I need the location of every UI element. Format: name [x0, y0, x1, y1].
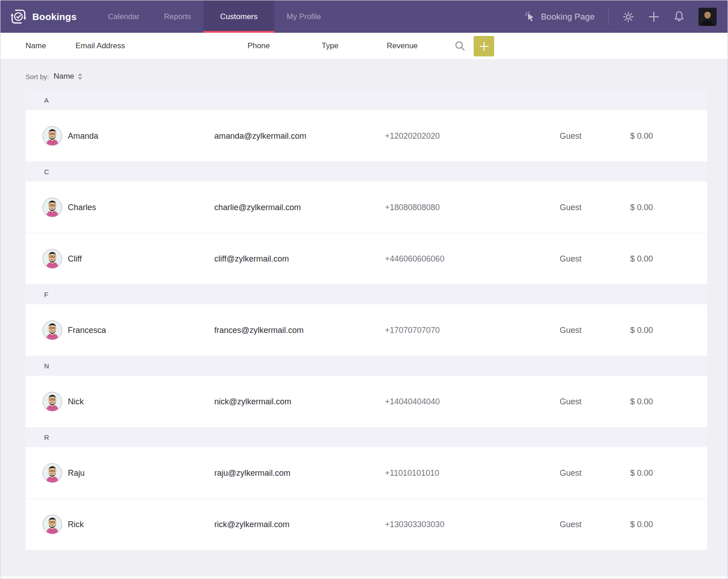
group-rows: Francesca frances@zylkermail.com +170707… [25, 304, 707, 356]
booking-page-link[interactable]: Booking Page [525, 11, 595, 22]
customer-revenue: $ 0.00 [630, 254, 653, 264]
customer-type: Guest [534, 254, 607, 264]
group-letter-header: A [25, 90, 707, 110]
quick-add-button[interactable] [648, 11, 660, 23]
customer-list: A [25, 90, 707, 550]
customer-email: rick@zylkermail.com [214, 520, 289, 529]
customer-avatar [42, 197, 62, 217]
tab-customers[interactable]: Customers [203, 0, 274, 33]
customer-revenue: $ 0.00 [630, 397, 653, 406]
customer-revenue: $ 0.00 [630, 131, 653, 141]
customer-phone: +17070707070 [385, 325, 440, 335]
group-rows: Nick nick@zylkermail.com +14040404040 Gu… [25, 376, 707, 427]
customer-avatar [42, 463, 62, 483]
sort-by-label: Sort by: [25, 73, 49, 81]
primary-tabs: Calendar Reports Customers My Profile [96, 0, 333, 33]
add-customer-button[interactable] [474, 36, 494, 56]
sort-bar: Sort by: Name [25, 72, 82, 81]
customer-group: R [25, 427, 707, 550]
tab-calendar[interactable]: Calendar [96, 0, 152, 33]
tab-my-profile[interactable]: My Profile [274, 0, 334, 33]
window-bottom-edge [0, 575, 728, 579]
search-button[interactable] [455, 40, 465, 51]
group-letter: N [44, 362, 49, 370]
customer-name: Nick [68, 397, 84, 406]
group-rows: Charles charlie@zylkermail.com +18080808… [25, 181, 707, 284]
bookings-customers-page: Bookings Calendar Reports Customers My P… [0, 0, 728, 579]
customer-revenue: $ 0.00 [630, 202, 653, 212]
customer-avatar [42, 392, 62, 412]
customer-group: N [25, 356, 707, 427]
customer-name: Raju [68, 468, 85, 478]
customer-name: Rick [68, 520, 84, 529]
bookings-logo-icon [10, 9, 26, 25]
customer-name: Cliff [68, 254, 82, 264]
customer-email: cliff@zylkermail.com [214, 254, 289, 264]
bookings-logo[interactable]: Bookings [0, 0, 76, 33]
customer-type: Guest [534, 520, 607, 529]
customer-row[interactable]: Nick nick@zylkermail.com +14040404040 Gu… [25, 376, 707, 427]
column-header-type: Type [322, 41, 339, 50]
customer-row[interactable]: Charles charlie@zylkermail.com +18080808… [25, 181, 707, 233]
customer-avatar [42, 126, 62, 146]
customer-phone: +14040404040 [385, 397, 440, 406]
customer-phone: +18080808080 [385, 202, 440, 212]
customer-type: Guest [534, 131, 607, 141]
group-letter: A [44, 96, 49, 104]
customer-name: Amanda [68, 131, 98, 141]
customer-phone: +130303303030 [385, 520, 445, 529]
column-header-email: Email Address [76, 41, 125, 50]
list-header-bar: Name Email Address Phone Type Revenue [0, 33, 728, 60]
customer-row[interactable]: Amanda amanda@zylkermail.com +1202020202… [25, 110, 707, 161]
customer-email: frances@zylkermail.com [214, 325, 303, 335]
group-letter: F [44, 291, 48, 298]
customer-avatar [42, 249, 62, 269]
group-letter: R [44, 433, 49, 441]
column-header-name: Name [25, 41, 46, 50]
tab-reports[interactable]: Reports [152, 0, 203, 33]
app-title: Bookings [32, 11, 76, 22]
group-letter-header: C [25, 161, 707, 181]
customer-type: Guest [534, 397, 607, 406]
customer-group: F [25, 284, 707, 356]
profile-avatar[interactable] [698, 8, 717, 26]
customer-name: Francesca [68, 325, 106, 335]
customer-row[interactable]: Cliff cliff@zylkermail.com +446060606060… [25, 233, 707, 284]
customer-name: Charles [68, 202, 96, 212]
notifications-button[interactable] [673, 10, 685, 23]
group-rows: Raju raju@zylkermail.com +11010101010 Gu… [25, 447, 707, 550]
customer-row[interactable]: Raju raju@zylkermail.com +11010101010 Gu… [25, 447, 707, 498]
customer-revenue: $ 0.00 [630, 468, 653, 478]
customer-avatar [42, 514, 62, 534]
plus-icon [479, 41, 489, 51]
customer-email: amanda@zylkermail.com [214, 131, 306, 141]
column-header-phone: Phone [248, 41, 270, 50]
customer-revenue: $ 0.00 [630, 520, 653, 529]
customer-email: nick@zylkermail.com [214, 397, 291, 406]
booking-page-cursor-icon [525, 11, 536, 22]
group-letter-header: N [25, 356, 707, 376]
group-rows: Amanda amanda@zylkermail.com +1202020202… [25, 110, 707, 161]
customer-phone: +12020202020 [385, 131, 440, 141]
settings-button[interactable] [622, 11, 634, 23]
customer-type: Guest [534, 468, 607, 478]
nav-divider [608, 9, 609, 25]
customer-type: Guest [534, 202, 607, 212]
customer-phone: +446060606060 [385, 254, 445, 264]
customer-avatar [42, 320, 62, 340]
customer-phone: +11010101010 [385, 468, 439, 478]
customer-group: A [25, 90, 707, 161]
group-letter-header: F [25, 284, 707, 304]
customer-row[interactable]: Francesca frances@zylkermail.com +170707… [25, 304, 707, 356]
sort-field-selector[interactable]: Name [54, 72, 82, 81]
customer-row[interactable]: Rick rick@zylkermail.com +130303303030 G… [25, 498, 707, 550]
group-letter-header: R [25, 427, 707, 447]
customer-email: raju@zylkermail.com [214, 468, 290, 478]
customer-revenue: $ 0.00 [630, 325, 653, 335]
customer-email: charlie@zylkermail.com [214, 202, 301, 212]
customer-type: Guest [534, 325, 607, 335]
sort-arrows-icon [78, 73, 82, 80]
nav-right-actions: Booking Page [525, 0, 728, 33]
top-navigation-bar: Bookings Calendar Reports Customers My P… [0, 0, 728, 33]
group-letter: C [44, 168, 49, 176]
